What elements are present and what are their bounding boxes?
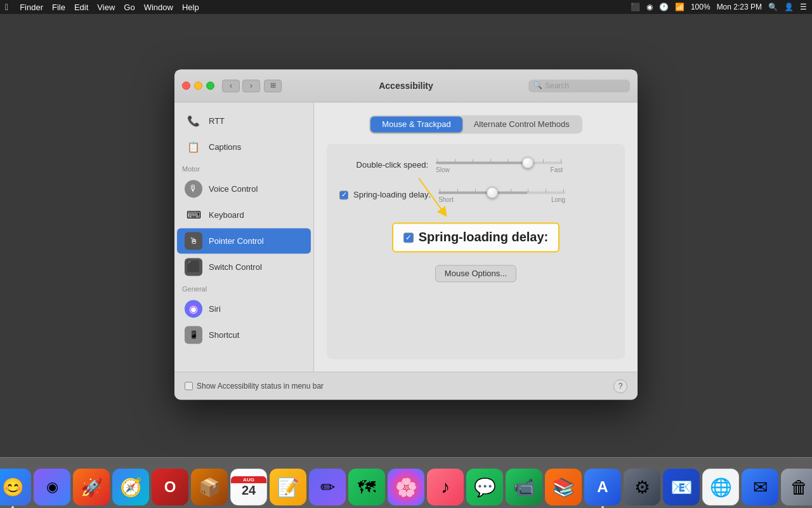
dock-trash[interactable]: 🗑 [781,469,812,505]
music-icon: ♪ [441,477,450,497]
grid-view-button[interactable]: ⊞ [264,79,282,92]
dock-siri[interactable]: ◉ [34,469,70,505]
siri-menubar-icon[interactable]: ◉ [646,3,653,11]
time-machine-icon[interactable]: 🕐 [659,3,669,11]
switch-control-icon: ⬛ [185,258,202,276]
view-menu[interactable]: View [97,3,115,12]
keyboard-icon: ⌨ [185,206,202,224]
dock-stickies[interactable]: 📝 [270,469,306,505]
tick [475,189,476,192]
finder-icon: 😊 [2,477,24,498]
tab-mouse-trackpad[interactable]: Mouse & Trackpad [370,116,462,132]
captions-label: Captions [209,142,241,152]
forward-button[interactable]: › [242,79,260,92]
maximize-button[interactable] [206,81,214,90]
accessibility-status-checkbox[interactable] [185,382,193,390]
spring-loading-slider-thumb[interactable] [487,187,498,198]
trash-icon: 🗑 [790,477,808,498]
search-input[interactable]: Search [545,81,569,90]
datetime-display: Mon 2:23 PM [717,3,762,11]
double-click-setting: Double-click speed: [339,156,612,173]
finder-menu[interactable]: Finder [20,3,43,12]
sidebar-item-keyboard[interactable]: ⌨ Keyboard [177,202,311,227]
spring-loading-checkbox[interactable]: ✓ [339,190,348,199]
go-menu[interactable]: Go [124,3,134,12]
spring-loading-checkbox-row: ✓ Spring-loading delay: [339,190,431,199]
stickies-icon: 📝 [277,477,299,498]
control-center-icon[interactable]: ☰ [800,3,807,11]
double-click-slider-labels: Slow Fast [436,166,563,173]
search-box[interactable]: 🔍 Search [528,79,630,92]
shortcut-icon: 📱 [185,326,202,344]
annotation-box: ✓ Spring-loading delay: [392,222,560,252]
dock-mail[interactable]: ✉ [742,469,778,505]
dock-maps[interactable]: 🗺 [348,469,385,505]
spotlight-icon[interactable]: 🔍 [768,3,778,11]
sidebar-item-rtt[interactable]: 📞 RTT [177,108,311,133]
tick [561,159,561,163]
calendar-day: 24 [242,483,256,498]
spring-loading-label: Spring-loading delay: [353,190,431,199]
user-avatar[interactable]: 👤 [784,3,794,11]
spring-loading-slider-track[interactable] [438,191,565,194]
dock-outlook[interactable]: 📧 [663,469,700,505]
calendar-month: AUG [231,476,266,483]
dock: 😊 ◉ 🚀 🧭 O 📦 AUG 24 📝 ✏ 🗺 [0,457,812,508]
dock-opera[interactable]: O [152,469,188,505]
mouse-options-button[interactable]: Mouse Options... [435,265,516,282]
tick [543,159,544,163]
dock-books[interactable]: 📚 [545,469,582,505]
rtt-label: RTT [209,116,225,126]
dock-directory[interactable]: 📦 [191,469,228,505]
edit-menu[interactable]: Edit [74,3,88,12]
dock-music[interactable]: ♪ [427,469,464,505]
tick [546,189,546,192]
tab-alternate-control[interactable]: Alternate Control Methods [462,116,581,132]
sidebar-item-shortcut[interactable]: 📱 Shortcut [177,322,311,347]
siri-icon: ◉ [185,300,202,318]
dock-freeform[interactable]: ✏ [309,469,346,505]
general-section-label: General [174,280,313,295]
close-button[interactable] [182,81,190,90]
apple-menu[interactable]:  [5,2,8,12]
pointer-control-icon: 🖱 [185,232,202,250]
facetime-icon: 📹 [513,477,535,498]
window-content: 📞 RTT 📋 Captions Motor 🎙 Voice Control ⌨… [174,102,638,371]
tick [508,159,508,163]
wifi-icon[interactable]: 📶 [675,3,684,11]
settings-panel: Double-click speed: [327,144,625,359]
dock-messages[interactable]: 💬 [466,469,503,505]
dock-launchpad[interactable]: 🚀 [73,469,110,505]
help-button[interactable]: ? [613,379,627,393]
dock-system-preferences[interactable]: ⚙ [624,469,660,505]
sidebar-item-siri[interactable]: ◉ Siri [177,296,311,321]
dock-appstore[interactable]: A [584,469,621,505]
minimize-button[interactable] [194,81,202,90]
back-button[interactable]: ‹ [222,79,240,92]
double-click-slider-thumb[interactable] [522,157,534,168]
pointer-control-label: Pointer Control [209,236,264,246]
file-menu[interactable]: File [52,3,65,12]
dock-finder[interactable]: 😊 [0,469,31,505]
dock-facetime[interactable]: 📹 [506,469,542,505]
sidebar-item-captions[interactable]: 📋 Captions [177,134,311,159]
tick [437,159,438,163]
double-click-slider-track[interactable] [436,161,563,164]
titlebar: ‹ › ⊞ Accessibility 🔍 Search [174,69,638,102]
sidebar-item-pointer-control[interactable]: 🖱 Pointer Control [177,228,311,253]
mouse-options-row: Mouse Options... [339,265,612,282]
spring-loading-slider-container: Short Long [438,186,565,203]
maps-icon: 🗺 [358,477,376,498]
appstore-icon: A [597,478,608,496]
sidebar-item-voice-control[interactable]: 🎙 Voice Control [177,176,311,201]
accessibility-status-label: Show Accessibility status in menu bar [197,382,324,391]
sidebar-item-switch-control[interactable]: ⬛ Switch Control [177,254,311,279]
dock-photos[interactable]: 🌸 [388,469,424,505]
dock-chrome[interactable]: 🌐 [702,469,739,505]
dock-calendar[interactable]: AUG 24 [230,469,267,505]
dock-safari[interactable]: 🧭 [112,469,149,505]
voice-control-icon: 🎙 [185,180,202,197]
window-menu[interactable]: Window [144,3,173,12]
help-menu[interactable]: Help [182,3,199,12]
tick [455,159,455,163]
